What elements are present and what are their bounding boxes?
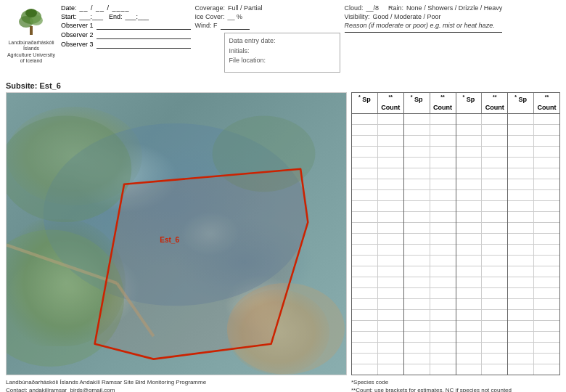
count-cell[interactable] — [430, 354, 456, 364]
sp-cell[interactable] — [352, 321, 378, 331]
sp-cell[interactable] — [404, 332, 430, 342]
sp-cell[interactable] — [508, 310, 534, 320]
count-cell[interactable] — [534, 277, 559, 287]
count-cell[interactable] — [534, 354, 559, 364]
table-row[interactable] — [352, 179, 403, 190]
sp-cell[interactable] — [404, 114, 430, 124]
count-cell[interactable] — [482, 168, 507, 179]
sp-cell[interactable] — [352, 179, 378, 189]
table-row[interactable] — [404, 201, 456, 212]
sp-cell[interactable] — [404, 158, 430, 168]
sp-cell[interactable] — [352, 245, 378, 255]
sp-cell[interactable] — [352, 201, 378, 211]
count-cell[interactable] — [430, 321, 456, 331]
sp-cell[interactable] — [404, 179, 430, 189]
count-cell[interactable] — [534, 310, 559, 320]
table-row[interactable] — [352, 125, 403, 136]
sp-cell[interactable] — [404, 190, 430, 200]
sp-cell[interactable] — [404, 288, 430, 298]
table-row[interactable] — [404, 288, 456, 299]
count-cell[interactable] — [534, 364, 559, 375]
table-row[interactable] — [404, 190, 456, 201]
table-row[interactable] — [404, 125, 456, 136]
sp-cell[interactable] — [508, 201, 534, 211]
table-row[interactable] — [404, 364, 456, 375]
table-row[interactable] — [404, 158, 456, 168]
count-cell[interactable] — [430, 212, 456, 222]
count-cell[interactable] — [534, 114, 559, 124]
observer3-field[interactable] — [97, 41, 191, 49]
sp-cell[interactable] — [508, 136, 534, 146]
table-row[interactable] — [352, 364, 403, 375]
count-cell[interactable] — [482, 343, 507, 353]
table-row[interactable] — [508, 245, 559, 256]
count-cell[interactable] — [430, 223, 456, 233]
sp-cell[interactable] — [352, 256, 378, 266]
count-cell[interactable] — [534, 158, 559, 168]
count-cell[interactable] — [482, 190, 507, 200]
table-row[interactable] — [508, 168, 559, 179]
count-cell[interactable] — [378, 288, 403, 298]
sp-cell[interactable] — [404, 354, 430, 364]
sp-cell[interactable] — [508, 288, 534, 298]
sp-cell[interactable] — [508, 223, 534, 233]
sp-cell[interactable] — [456, 212, 483, 222]
sp-cell[interactable] — [456, 266, 483, 277]
count-cell[interactable] — [378, 234, 403, 244]
table-row[interactable] — [508, 147, 559, 158]
table-row[interactable] — [404, 310, 456, 321]
sp-cell[interactable] — [352, 277, 378, 287]
sp-cell[interactable] — [404, 266, 430, 277]
sp-cell[interactable] — [404, 245, 430, 255]
sp-cell[interactable] — [508, 190, 534, 200]
count-cell[interactable] — [482, 354, 507, 364]
count-cell[interactable] — [378, 190, 403, 200]
count-cell[interactable] — [482, 245, 507, 255]
table-row[interactable] — [508, 332, 559, 343]
table-row[interactable] — [404, 256, 456, 266]
count-cell[interactable] — [378, 321, 403, 331]
table-row[interactable] — [404, 245, 456, 256]
table-row[interactable] — [508, 288, 559, 299]
sp-cell[interactable] — [456, 256, 483, 266]
count-cell[interactable] — [430, 364, 456, 375]
table-row[interactable] — [456, 343, 508, 354]
table-row[interactable] — [352, 256, 403, 266]
table-row[interactable] — [404, 277, 456, 288]
sp-cell[interactable] — [352, 136, 378, 146]
table-row[interactable] — [456, 310, 508, 321]
table-row[interactable] — [456, 125, 508, 136]
count-cell[interactable] — [482, 299, 507, 309]
count-cell[interactable] — [378, 179, 403, 189]
count-cell[interactable] — [430, 288, 456, 298]
sp-cell[interactable] — [352, 332, 378, 342]
sp-cell[interactable] — [404, 321, 430, 331]
table-row[interactable] — [404, 332, 456, 343]
table-row[interactable] — [456, 332, 508, 343]
table-row[interactable] — [508, 256, 559, 266]
sp-cell[interactable] — [352, 212, 378, 222]
table-row[interactable] — [508, 234, 559, 245]
table-row[interactable] — [456, 190, 508, 201]
sp-cell[interactable] — [404, 256, 430, 266]
count-cell[interactable] — [534, 266, 559, 277]
table-row[interactable] — [508, 321, 559, 332]
table-row[interactable] — [456, 168, 508, 179]
sp-cell[interactable] — [404, 136, 430, 146]
sp-cell[interactable] — [352, 288, 378, 298]
table-row[interactable] — [352, 136, 403, 147]
sp-cell[interactable] — [456, 245, 483, 255]
count-cell[interactable] — [534, 288, 559, 298]
sp-cell[interactable] — [456, 288, 483, 298]
sp-cell[interactable] — [456, 114, 483, 124]
sp-cell[interactable] — [404, 299, 430, 309]
sp-cell[interactable] — [508, 168, 534, 179]
sp-cell[interactable] — [508, 256, 534, 266]
sp-cell[interactable] — [456, 190, 483, 200]
count-cell[interactable] — [534, 168, 559, 179]
sp-cell[interactable] — [404, 234, 430, 244]
count-cell[interactable] — [378, 125, 403, 135]
table-row[interactable] — [404, 223, 456, 234]
count-cell[interactable] — [378, 212, 403, 222]
sp-cell[interactable] — [508, 234, 534, 244]
